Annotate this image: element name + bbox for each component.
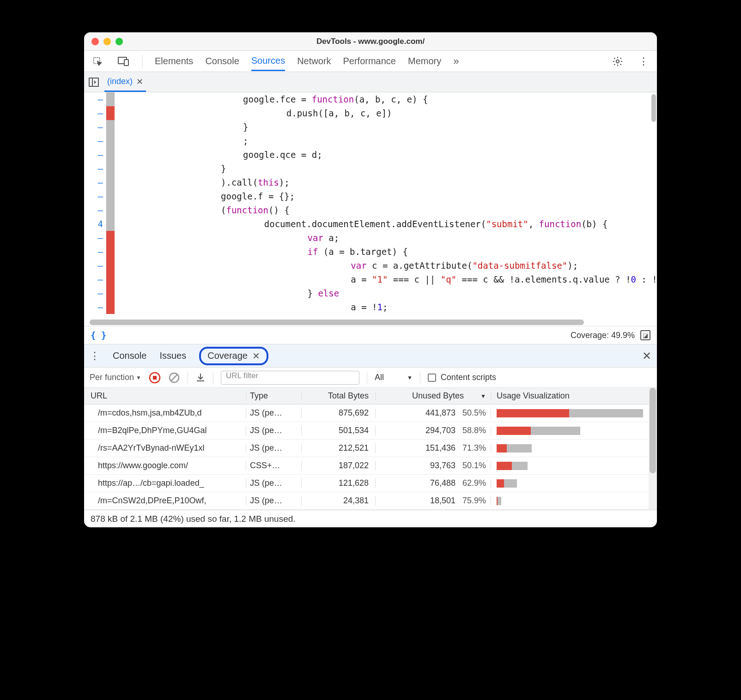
line-numbers: –––––––––4–––––– [84, 92, 106, 319]
sidebar-toggle-icon[interactable]: ◪ [640, 330, 650, 340]
pretty-print-icon[interactable]: { } [91, 330, 106, 340]
source-code-editor[interactable]: –––––––––4–––––– google.fce = function(a… [84, 92, 657, 319]
svg-line-9 [171, 374, 177, 381]
close-icon[interactable]: ✕ [252, 350, 260, 362]
content-scripts-checkbox[interactable]: Content scripts [428, 373, 496, 382]
drawer-tab-issues[interactable]: Issues [159, 350, 186, 361]
close-window-button[interactable] [91, 38, 99, 45]
header-type[interactable]: Type [246, 391, 301, 401]
table-row[interactable]: https://ap…/cb=gapi.loaded_JS (pe…121,62… [84, 475, 649, 492]
status-text: 878 kB of 2.1 MB (42%) used so far, 1.2 … [91, 514, 296, 524]
drawer-tab-coverage[interactable]: Coverage ✕ [199, 347, 268, 365]
window-title: DevTools - www.google.com/ [316, 37, 425, 46]
header-usage-viz[interactable]: Usage Visualization [491, 391, 649, 401]
more-tabs-icon[interactable]: » [453, 55, 459, 67]
drawer-tab-strip: ⋮ Console Issues Coverage ✕ ✕ [84, 344, 657, 368]
titlebar: DevTools - www.google.com/ [84, 32, 657, 51]
file-tab-index[interactable]: (index) ✕ [104, 73, 146, 92]
table-vertical-scrollbar[interactable] [649, 388, 657, 510]
type-filter-select[interactable]: All▼ [375, 373, 413, 382]
svg-point-3 [616, 60, 619, 62]
coverage-gutter [106, 92, 115, 319]
coverage-table: URL Type Total Bytes Unused Bytes ▼ Usag… [84, 388, 657, 510]
svg-rect-4 [89, 78, 98, 86]
svg-rect-2 [124, 60, 128, 66]
sources-footer: { } Coverage: 49.9% ◪ [84, 326, 657, 344]
clear-button[interactable] [168, 372, 180, 384]
table-row[interactable]: /m=B2qlPe,DhPYme,GU4GalJS (pe…501,534294… [84, 422, 649, 440]
coverage-toolbar: Per function▼ URL filter All▼ Content sc… [84, 368, 657, 388]
tab-elements[interactable]: Elements [155, 52, 193, 70]
tab-memory[interactable]: Memory [408, 52, 441, 70]
drawer-menu-icon[interactable]: ⋮ [90, 350, 100, 362]
tab-console[interactable]: Console [205, 52, 239, 70]
close-icon[interactable]: ✕ [136, 77, 143, 87]
file-tab-label: (index) [107, 77, 133, 86]
tab-sources[interactable]: Sources [251, 52, 285, 71]
record-button[interactable] [149, 372, 161, 384]
tab-network[interactable]: Network [297, 52, 331, 70]
code-body[interactable]: google.fce = function(a, b, c, e) { d.pu… [115, 92, 657, 319]
svg-rect-7 [153, 376, 157, 380]
coverage-status-bar: 878 kB of 2.1 MB (42%) used so far, 1.2 … [84, 510, 657, 527]
table-row[interactable]: /m=cdos,hsm,jsa,mb4ZUb,dJS (pe…875,69244… [84, 404, 649, 422]
file-tab-strip: (index) ✕ [84, 72, 657, 92]
minimize-window-button[interactable] [103, 38, 111, 45]
close-drawer-icon[interactable]: ✕ [642, 350, 651, 362]
table-row[interactable]: https://www.google.com/CSS+…187,02293,76… [84, 457, 649, 475]
table-row[interactable]: /m=CnSW2d,DPreE,P10Owf,JS (pe…24,38118,5… [84, 492, 649, 510]
settings-gear-icon[interactable] [611, 54, 625, 68]
maximize-window-button[interactable] [115, 38, 123, 45]
horizontal-scrollbar[interactable] [84, 319, 657, 326]
header-url[interactable]: URL [84, 391, 246, 401]
url-filter-input[interactable]: URL filter [221, 371, 359, 385]
device-toolbar-icon[interactable] [116, 54, 130, 68]
main-tab-strip: Elements Console Sources Network Perform… [84, 51, 657, 72]
traffic-lights [91, 38, 123, 45]
table-row[interactable]: /rs=AA2YrTvBynad-nWEy1xlJS (pe…212,52115… [84, 440, 649, 457]
tab-performance[interactable]: Performance [343, 52, 396, 70]
header-total-bytes[interactable]: Total Bytes [301, 391, 375, 401]
vertical-scrollbar[interactable] [651, 94, 656, 122]
devtools-window: DevTools - www.google.com/ Elements Cons… [84, 32, 657, 527]
table-header-row: URL Type Total Bytes Unused Bytes ▼ Usag… [84, 388, 649, 404]
sort-desc-icon: ▼ [480, 393, 486, 399]
header-unused-bytes[interactable]: Unused Bytes ▼ [375, 391, 491, 401]
drawer-tab-console[interactable]: Console [113, 350, 146, 361]
export-icon[interactable] [195, 373, 206, 383]
inspect-element-icon[interactable] [91, 54, 104, 68]
granularity-select[interactable]: Per function▼ [90, 373, 141, 382]
coverage-percentage: Coverage: 49.9% [571, 331, 635, 340]
show-navigator-icon[interactable] [89, 78, 99, 87]
kebab-menu-icon[interactable]: ⋮ [637, 54, 650, 68]
